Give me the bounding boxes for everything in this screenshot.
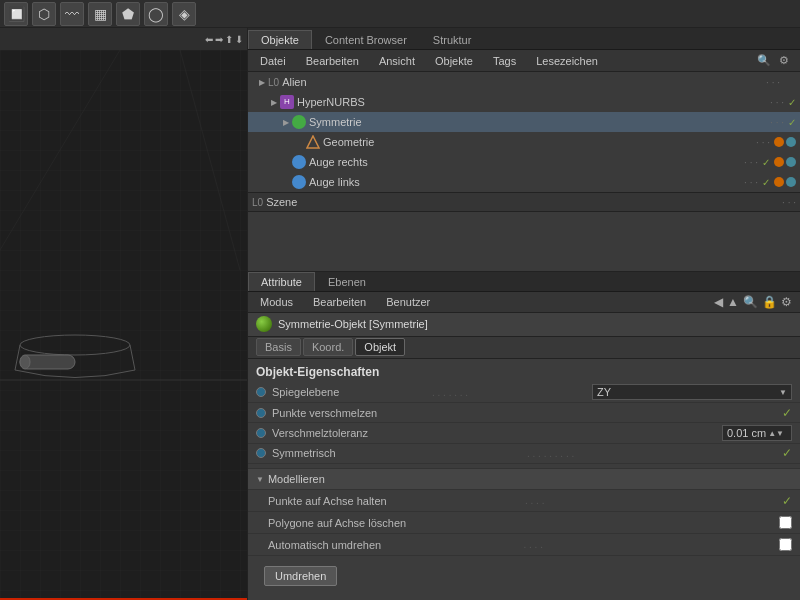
object-menu-bar: Datei Bearbeiten Ansicht Objekte Tags Le… (248, 50, 800, 72)
attr-tab-bar: Attribute Ebenen (248, 272, 800, 292)
toolbar-icon-cube[interactable]: 🔲 (4, 2, 28, 26)
tree-arrow-symmetrie[interactable]: ▶ (280, 116, 292, 128)
prop-input-toleranz[interactable]: 0.01 cm ▲▼ (722, 425, 792, 441)
nav-left-icon[interactable]: ⬅ (205, 34, 213, 45)
left-panel: ⬅ ➡ ⬆ ⬇ (0, 28, 248, 600)
tab-attribute[interactable]: Attribute (248, 272, 315, 291)
check-auge-rechts: ✓ (762, 157, 770, 168)
menu-objekte[interactable]: Objekte (431, 53, 477, 69)
tree-arrow-auge-links[interactable] (280, 176, 292, 188)
grid-svg (0, 50, 247, 600)
dropdown-value-spiegelebene: ZY (597, 386, 611, 398)
tree-label-alien: Alien (282, 76, 766, 88)
attr-arrow-up-icon[interactable]: ▲ (727, 295, 739, 309)
prop-radio-toleranz[interactable] (256, 428, 266, 438)
right-panel: Objekte Content Browser Struktur Datei B… (248, 28, 800, 600)
attr-panel: Attribute Ebenen Modus Bearbeiten Benutz… (248, 272, 800, 600)
tree-item-szene[interactable]: L0 Szene · · · (248, 192, 800, 212)
section-group-header-modellieren[interactable]: ▼ Modellieren (248, 468, 800, 490)
tree-arrow-geometrie[interactable] (294, 136, 306, 148)
toolbar-icon-light[interactable]: ◈ (172, 2, 196, 26)
prop-row-symmetrisch: Symmetrisch . . . . . . . . . ✓ (248, 444, 800, 464)
prop-checkbox-polygone-achse[interactable] (779, 516, 792, 529)
toolbar-icon-camera[interactable]: ◯ (144, 2, 168, 26)
tab-objekte[interactable]: Objekte (248, 30, 312, 49)
tree-dots-symmetrie: · · · (770, 117, 784, 128)
prop-checkbox-automatisch[interactable] (779, 538, 792, 551)
menu-ansicht[interactable]: Ansicht (375, 53, 419, 69)
szene-null-icon: L0 (252, 197, 263, 208)
umdrehen-button[interactable]: Umdrehen (264, 566, 337, 586)
object-tree[interactable]: ▶ L0 Alien · · · ▶ H HyperNURBS · · · ✓ (248, 72, 800, 272)
tree-checks-auge-rechts: ✓ (762, 157, 770, 168)
tree-dots-geometrie: · · · (756, 137, 770, 148)
top-tab-bar: Objekte Content Browser Struktur (248, 28, 800, 50)
attr-search-icon[interactable]: 🔍 (743, 295, 758, 309)
tree-item-symmetrie[interactable]: ▶ Symmetrie · · · ✓ (248, 112, 800, 132)
prop-check-symmetrisch: ✓ (782, 446, 792, 460)
prop-dropdown-spiegelebene[interactable]: ZY ▼ (592, 384, 792, 400)
tab-struktur[interactable]: Struktur (420, 30, 485, 49)
tree-item-auge-rechts[interactable]: Auge rechts · · · ✓ (248, 152, 800, 172)
prop-row-polygone-achse: Polygone auf Achse löschen (248, 512, 800, 534)
dot-auge-rechts-teal (786, 157, 796, 167)
tree-arrow-auge-rechts[interactable] (280, 156, 292, 168)
prop-radio-punkte[interactable] (256, 408, 266, 418)
menu-datei[interactable]: Datei (256, 53, 290, 69)
check-sym: ✓ (788, 117, 796, 128)
attr-menu-bearbeiten[interactable]: Bearbeiten (309, 294, 370, 310)
search-icon[interactable]: 🔍 (756, 53, 772, 69)
section-group-modellieren: ▼ Modellieren Punkte auf Achse halten . … (248, 468, 800, 596)
prop-radio-spiegelebene[interactable] (256, 387, 266, 397)
prop-dots-spiegelebene: . . . . . . . (432, 387, 586, 398)
sub-tab-objekt[interactable]: Objekt (355, 338, 405, 356)
tree-item-hypernurbs[interactable]: ▶ H HyperNURBS · · · ✓ (248, 92, 800, 112)
gear-icon[interactable]: ⚙ (776, 53, 792, 69)
dot-orange (774, 137, 784, 147)
prop-label-toleranz: Verschmelztoleranz (272, 427, 716, 439)
menu-lesezeichen[interactable]: Lesezeichen (532, 53, 602, 69)
prop-row-spiegelebene: Spiegelebene . . . . . . . ZY ▼ (248, 383, 800, 403)
attr-menu-benutzer[interactable]: Benutzer (382, 294, 434, 310)
attr-lock-icon[interactable]: 🔒 (762, 295, 777, 309)
tree-item-auge-links[interactable]: Auge links · · · ✓ (248, 172, 800, 192)
tree-item-geometrie[interactable]: Geometrie · · · (248, 132, 800, 152)
toleranz-arrow[interactable]: ▲▼ (768, 429, 784, 438)
tree-item-alien[interactable]: ▶ L0 Alien · · · (248, 72, 800, 92)
svg-marker-9 (307, 136, 319, 148)
geometrie-icon (306, 135, 320, 149)
tree-arrow-alien[interactable]: ▶ (256, 76, 268, 88)
object-sphere-icon (256, 316, 272, 332)
dot-auge-rechts-orange (774, 157, 784, 167)
prop-radio-symmetrisch[interactable] (256, 448, 266, 458)
umdrehen-container: Umdrehen (248, 556, 800, 596)
menu-icons: 🔍 ⚙ (756, 53, 792, 69)
menu-bearbeiten[interactable]: Bearbeiten (302, 53, 363, 69)
nav-down-icon[interactable]: ⬇ (235, 34, 243, 45)
tree-arrow-hypernurbs[interactable]: ▶ (268, 96, 280, 108)
nav-right-icon[interactable]: ➡ (215, 34, 223, 45)
toolbar-icon-sphere[interactable]: ⬡ (32, 2, 56, 26)
attr-gear-icon[interactable]: ⚙ (781, 295, 792, 309)
tree-dots-auge-links: · · · (744, 177, 758, 188)
nav-up-icon[interactable]: ⬆ (225, 34, 233, 45)
svg-rect-0 (0, 50, 247, 600)
tab-content-browser[interactable]: Content Browser (312, 30, 420, 49)
tab-ebenen[interactable]: Ebenen (315, 272, 379, 291)
toleranz-value: 0.01 cm (727, 427, 766, 439)
tree-label-auge-rechts: Auge rechts (309, 156, 744, 168)
toolbar-icon-lamp[interactable]: ⬟ (116, 2, 140, 26)
sub-tab-basis[interactable]: Basis (256, 338, 301, 356)
main-layout: ⬅ ➡ ⬆ ⬇ (0, 28, 800, 600)
prop-label-polygone-achse: Polygone auf Achse löschen (268, 517, 773, 529)
attr-arrow-left-icon[interactable]: ◀ (714, 295, 723, 309)
sub-tab-koord[interactable]: Koord. (303, 338, 353, 356)
prop-label-punkte-achse: Punkte auf Achse halten (268, 495, 519, 507)
attr-menu-modus[interactable]: Modus (256, 294, 297, 310)
tree-label-szene: Szene (266, 196, 782, 208)
null-icon: L0 (268, 77, 279, 88)
toolbar-icon-poly[interactable]: ▦ (88, 2, 112, 26)
toolbar-icon-curve[interactable]: 〰 (60, 2, 84, 26)
menu-tags[interactable]: Tags (489, 53, 520, 69)
prop-dots-punkte-achse: . . . . (525, 495, 776, 506)
